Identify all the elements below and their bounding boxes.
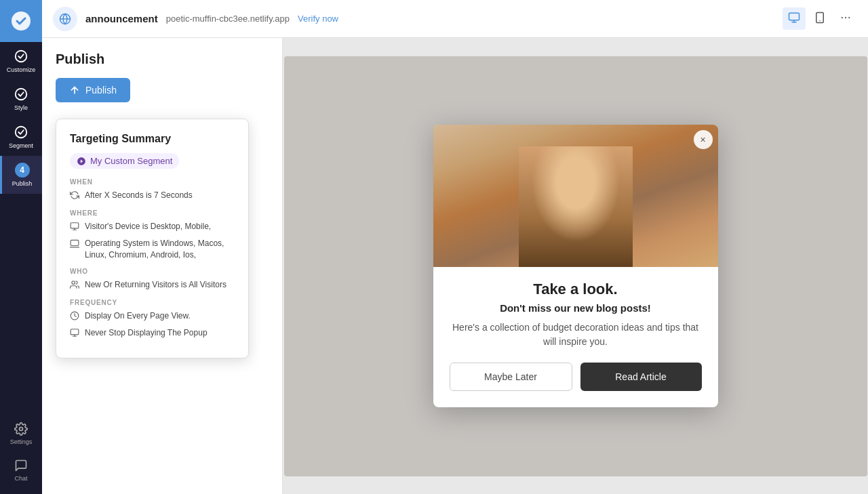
topbar-more-button[interactable] [834, 7, 857, 30]
section-when-label: WHEN [70, 178, 235, 186]
sidebar-item-style[interactable]: Style [0, 80, 42, 118]
sidebar-item-settings[interactable]: Settings [0, 417, 42, 451]
mobile-view-button[interactable] [808, 7, 831, 30]
sidebar-chat-label: Chat [14, 475, 27, 482]
who-rule-text: New Or Returning Visitors is All Visitor… [85, 279, 226, 291]
sidebar-item-label-style: Style [14, 104, 28, 111]
device-toggle [783, 7, 857, 30]
sidebar-publish-number: 4 [15, 163, 30, 178]
modal-title: Targeting Summary [70, 133, 235, 145]
sidebar-item-label-segment: Segment [9, 142, 33, 149]
frequency-rule-row-1: Display On Every Page View. [70, 310, 235, 323]
monitor-icon [70, 222, 79, 234]
sidebar-bottom: Settings Chat [0, 417, 42, 494]
svg-rect-6 [789, 13, 800, 20]
laptop-icon [70, 239, 79, 251]
where-rule-row-1: Visitor's Device is Desktop, Mobile, [70, 221, 235, 234]
maybe-later-button[interactable]: Maybe Later [450, 363, 572, 391]
frequency-rule-row-2: Never Stop Displaying The Popup [70, 327, 235, 340]
where-rule-text-1: Visitor's Device is Desktop, Mobile, [85, 221, 211, 232]
read-article-button[interactable]: Read Article [580, 363, 702, 391]
main-area: announcement poetic-muffin-cbc3ee.netlif… [42, 0, 868, 494]
publish-panel: Publish Publish Targeting Summary My Cus… [42, 38, 283, 494]
sidebar-logo[interactable] [0, 0, 42, 42]
popup-actions: Maybe Later Read Article [450, 363, 702, 391]
publish-panel-title: Publish [56, 52, 269, 67]
svg-point-14 [72, 281, 75, 284]
section-who-label: WHO [70, 268, 235, 275]
topbar-verify-link[interactable]: Verify now [298, 14, 338, 24]
refresh-icon [70, 190, 79, 203]
clock-icon [70, 311, 79, 323]
topbar-title: announcement [85, 13, 158, 24]
svg-point-11 [848, 17, 850, 18]
svg-rect-12 [71, 223, 79, 228]
section-frequency-label: FREQUENCY [70, 299, 235, 306]
segment-badge-label: My Custom Segment [90, 156, 172, 166]
desktop-view-button[interactable] [783, 7, 806, 30]
preview-frame: × Take a look. Don't miss our new blog p… [284, 56, 867, 476]
sidebar-settings-label: Settings [10, 438, 33, 445]
frequency-rule-text-1: Display On Every Page View. [85, 310, 191, 322]
display-icon [70, 328, 79, 340]
sidebar-item-publish[interactable]: 4 Publish [0, 156, 42, 194]
where-rule-row-2: Operating System is Windows, Macos, Linu… [70, 238, 235, 261]
sidebar-item-customize[interactable]: Customize [0, 42, 42, 80]
popup-close-button[interactable]: × [694, 130, 713, 149]
publish-button[interactable]: Publish [56, 78, 130, 102]
segment-badge: My Custom Segment [70, 153, 179, 169]
where-rule-text-2: Operating System is Windows, Macos, Linu… [85, 238, 235, 261]
sidebar: Customize Style Segment 4 Publish Settin… [0, 0, 42, 494]
popup-card: × Take a look. Don't miss our new blog p… [433, 125, 718, 407]
canvas-area: × Take a look. Don't miss our new blog p… [283, 38, 868, 494]
svg-rect-16 [71, 329, 79, 334]
panel-area: Publish Publish Targeting Summary My Cus… [42, 38, 868, 494]
close-icon: × [700, 134, 705, 145]
svg-rect-13 [71, 240, 79, 245]
when-rule-text: After X Seconds is 7 Seconds [85, 190, 193, 201]
sidebar-item-segment[interactable]: Segment [0, 118, 42, 156]
sidebar-item-label-publish: Publish [12, 180, 33, 187]
sidebar-item-chat[interactable]: Chat [0, 453, 42, 487]
when-rule-row: After X Seconds is 7 Seconds [70, 190, 235, 203]
topbar: announcement poetic-muffin-cbc3ee.netlif… [42, 0, 868, 38]
svg-point-1 [16, 51, 27, 62]
targeting-modal: Targeting Summary My Custom Segment WHEN [56, 119, 249, 358]
svg-point-8 [819, 20, 821, 22]
topbar-url: poetic-muffin-cbc3ee.netlify.app [166, 14, 290, 24]
who-rule-row: New Or Returning Visitors is All Visitor… [70, 279, 235, 292]
popup-image: × [433, 125, 718, 267]
users-icon [70, 280, 79, 292]
sidebar-item-label-customize: Customize [7, 66, 36, 73]
svg-point-3 [16, 127, 27, 138]
svg-point-2 [16, 89, 27, 100]
popup-body: Take a look. Don't miss our new blog pos… [433, 267, 718, 407]
svg-point-4 [20, 428, 23, 431]
popup-body-text: Here's a collection of budget decoration… [450, 321, 702, 349]
popup-subheading: Don't miss our new blog posts! [450, 302, 702, 314]
svg-point-10 [845, 17, 846, 18]
svg-point-9 [842, 17, 843, 18]
frequency-rule-text-2: Never Stop Displaying The Popup [85, 327, 208, 339]
popup-overlay: × Take a look. Don't miss our new blog p… [284, 56, 867, 476]
popup-heading: Take a look. [450, 281, 702, 298]
topbar-page-icon [53, 7, 77, 31]
section-where-label: WHERE [70, 209, 235, 217]
